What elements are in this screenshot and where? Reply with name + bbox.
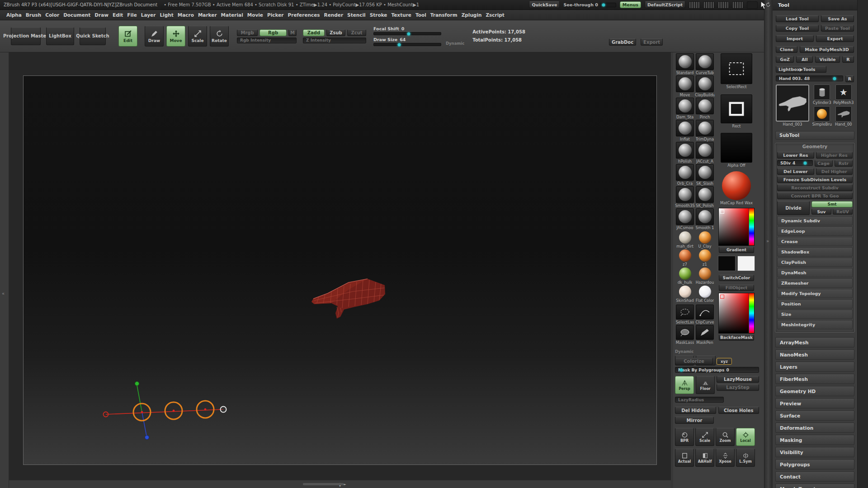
- menu-texture[interactable]: Texture: [391, 12, 411, 18]
- material-cell[interactable]: z7: [675, 249, 695, 267]
- brush-cell[interactable]: Dam_Sta: [675, 98, 695, 120]
- mirror-button[interactable]: Mirror: [675, 417, 714, 424]
- lightbox-button[interactable]: LightBox: [46, 27, 74, 45]
- see-through-track[interactable]: [600, 3, 616, 7]
- section-size[interactable]: Size: [777, 310, 853, 319]
- goz-visible-button[interactable]: Visible: [815, 56, 840, 63]
- brush-cell[interactable]: ClayBuildu: [695, 75, 715, 98]
- section-contact[interactable]: Contact: [775, 471, 854, 482]
- material-cell[interactable]: dk_hulk: [675, 267, 695, 286]
- bpr-button[interactable]: BPR: [675, 428, 694, 446]
- save-as-button[interactable]: Save As: [821, 15, 854, 22]
- scale-button[interactable]: Scale: [188, 26, 207, 47]
- tool-thumb-cylinder[interactable]: Cylinder3: [811, 84, 833, 106]
- floor-button[interactable]: Floor: [696, 376, 715, 394]
- menu-layer[interactable]: Layer: [141, 12, 156, 18]
- freeze-subdivision-button[interactable]: Freeze SubDivision Levels: [777, 176, 853, 183]
- see-through-control[interactable]: See-through 0: [563, 2, 616, 7]
- quicksave-button[interactable]: QuickSave: [529, 1, 560, 8]
- tool-count-slider[interactable]: Hand 003. 48: [776, 75, 843, 81]
- tool-r-button[interactable]: R: [845, 75, 854, 82]
- brush-cell[interactable]: TrimDyna: [695, 120, 715, 142]
- aahalf-button[interactable]: AAHalf: [695, 449, 714, 467]
- suv-toggle[interactable]: Suv: [811, 209, 831, 215]
- stroke-cell[interactable]: ClipCurve: [695, 305, 715, 325]
- goz-button[interactable]: GoZ: [776, 56, 794, 63]
- brush-cell[interactable]: hPolish: [675, 142, 695, 164]
- gyro-white-handle[interactable]: [221, 407, 226, 413]
- store-config-icon-button[interactable]: [747, 1, 758, 9]
- left-tray-divider[interactable]: «: [0, 52, 9, 488]
- stroke-type[interactable]: Rect: [721, 94, 752, 128]
- lazymouse-button[interactable]: LazyMouse: [717, 376, 759, 383]
- current-alpha[interactable]: Alpha Off: [721, 133, 752, 168]
- menu-marker[interactable]: Marker: [198, 12, 217, 18]
- section-layers[interactable]: Layers: [775, 361, 854, 372]
- default-zscript-button[interactable]: DefaultZScript: [645, 1, 685, 8]
- scroll-right-icon[interactable]: ►: [344, 483, 346, 486]
- zadd-button[interactable]: Zadd: [303, 29, 325, 36]
- gyro-axis-green[interactable]: [137, 385, 142, 412]
- material-cell[interactable]: mah_dirt: [675, 231, 695, 249]
- persp-button[interactable]: Persp: [675, 376, 694, 394]
- gradient-button[interactable]: Gradient: [719, 247, 754, 253]
- material-cell[interactable]: SkinShad: [675, 286, 695, 304]
- mask-by-polygroups-slider[interactable]: Mask By Polygroups 0: [675, 367, 759, 373]
- stroke-cell[interactable]: SelectLas: [675, 305, 695, 325]
- brush-cell[interactable]: Smooth 1: [695, 208, 715, 230]
- section-morph-target[interactable]: Morph Target: [775, 483, 854, 488]
- brush-cell[interactable]: Standard: [675, 53, 695, 75]
- menu-file[interactable]: File: [127, 12, 137, 18]
- rotate-button[interactable]: Rotate: [210, 26, 229, 47]
- material-cell[interactable]: Hazardou: [695, 267, 715, 286]
- section-claypolish[interactable]: ClayPolish: [777, 258, 853, 267]
- canvas-area[interactable]: [9, 52, 671, 480]
- sdiv-slider[interactable]: SDiv 4: [777, 160, 813, 166]
- brush-cell[interactable]: SK_Polish: [695, 186, 715, 208]
- material-cell[interactable]: z1: [695, 249, 715, 267]
- menu-render[interactable]: Render: [324, 12, 344, 18]
- goz-all-button[interactable]: All: [796, 56, 813, 63]
- color-picker-main[interactable]: [718, 208, 755, 246]
- menu-preferences[interactable]: Preferences: [288, 12, 320, 18]
- section-fibermesh[interactable]: FiberMesh: [775, 374, 854, 384]
- smt-toggle[interactable]: Smt: [811, 201, 853, 207]
- menu-stroke[interactable]: Stroke: [370, 12, 387, 18]
- divide-button[interactable]: Divide: [777, 201, 810, 215]
- menu-draw[interactable]: Draw: [94, 12, 108, 18]
- main-color-swatch[interactable]: [718, 256, 736, 271]
- hscroll-handle[interactable]: [303, 483, 344, 485]
- make-polymesh3d-button[interactable]: Make PolyMesh3D: [800, 46, 854, 53]
- section-position[interactable]: Position: [777, 299, 853, 309]
- lightbox-tools-button[interactable]: Lightbox▶Tools: [776, 66, 826, 73]
- menu-material[interactable]: Material: [221, 12, 243, 18]
- zsub-button[interactable]: Zsub: [326, 29, 345, 36]
- tray-collapse-icon[interactable]: »: [766, 239, 769, 244]
- menu-zplugin[interactable]: Zplugin: [462, 12, 482, 18]
- menu-picker[interactable]: Picker: [267, 12, 284, 18]
- current-brush-stroke[interactable]: SelectRect: [721, 53, 752, 89]
- tool-thumb-polymesh3d[interactable]: ★ PolyMesh3: [833, 84, 854, 106]
- section-dynamic-subdiv[interactable]: Dynamic Subdiv: [777, 216, 853, 225]
- draw-size-slider[interactable]: Draw Size64: [373, 37, 441, 46]
- close-holes-button[interactable]: Close Holes: [718, 407, 760, 414]
- section-deformation[interactable]: Deformation: [775, 422, 854, 433]
- menu-movie[interactable]: Movie: [247, 12, 263, 18]
- ui-sliders-icon-button-4[interactable]: [732, 1, 743, 9]
- gyro-blue-endpoint[interactable]: [145, 436, 149, 440]
- color-picker-secondary[interactable]: [718, 293, 755, 333]
- grabdoc-button[interactable]: GrabDoc: [609, 38, 636, 46]
- menu-light[interactable]: Light: [160, 12, 173, 18]
- geometry-section-header[interactable]: Geometry: [777, 144, 853, 150]
- xyz-button[interactable]: xyz: [717, 358, 732, 365]
- alt-color-swatch[interactable]: [737, 256, 755, 271]
- section-meshintegrity[interactable]: MeshIntegrity: [777, 320, 853, 329]
- section-nanomesh[interactable]: NanoMesh: [775, 349, 854, 360]
- menus-button[interactable]: Menus: [620, 1, 641, 8]
- section-polygroups[interactable]: Polygroups: [775, 459, 854, 469]
- clone-button[interactable]: Clone: [776, 46, 797, 53]
- menu-stencil[interactable]: Stencil: [347, 12, 366, 18]
- quick-sketch-button[interactable]: Quick Sketch: [80, 27, 106, 45]
- projection-master-button[interactable]: Projection Master: [11, 27, 41, 45]
- ui-sliders-icon-button-1[interactable]: [689, 1, 700, 9]
